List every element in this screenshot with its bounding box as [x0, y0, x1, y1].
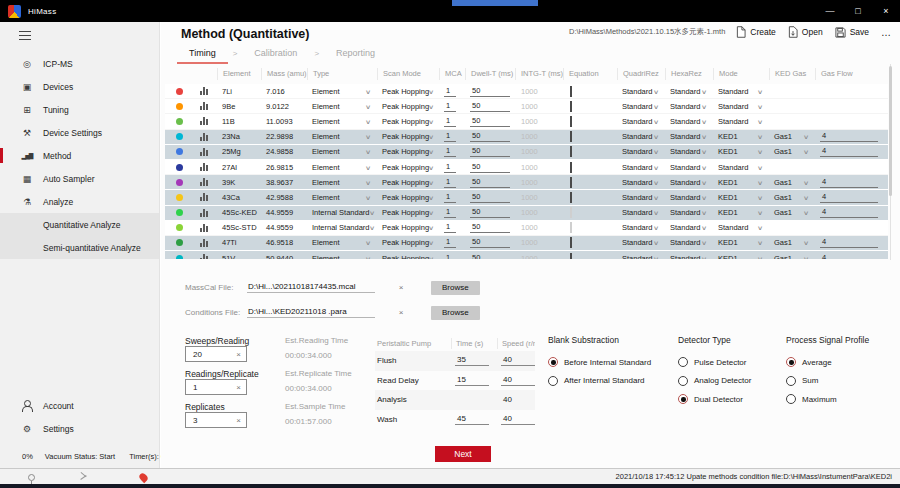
- masscal-browse-button[interactable]: Browse: [431, 281, 480, 295]
- equation-checkbox[interactable]: [570, 162, 572, 173]
- hexarez-dropdown[interactable]: Standard∨: [665, 163, 713, 172]
- type-dropdown[interactable]: Internal Standard∨: [307, 223, 377, 232]
- sidebar-item-device-settings[interactable]: ⚒Device Settings: [0, 121, 159, 144]
- hexarez-dropdown[interactable]: Standard∨: [665, 147, 713, 156]
- minimize-icon[interactable]: —: [816, 0, 844, 22]
- type-dropdown[interactable]: Element∨: [307, 132, 377, 141]
- mca-input[interactable]: 1: [444, 253, 456, 259]
- mode-dropdown[interactable]: KED1∨: [713, 132, 769, 141]
- dwell-time-input[interactable]: 50: [470, 101, 510, 112]
- tab-reporting[interactable]: Reporting: [332, 48, 379, 58]
- equation-checkbox[interactable]: [570, 192, 572, 203]
- pump-time-input[interactable]: 35: [455, 355, 489, 366]
- type-dropdown[interactable]: Element∨: [307, 102, 377, 111]
- quadrirez-dropdown[interactable]: Standard∨: [617, 208, 665, 217]
- gas-flow-input[interactable]: 4: [820, 146, 878, 157]
- table-row[interactable]: 39K38.9637Element∨Peak Hopping∨1501000St…: [165, 175, 888, 190]
- radio-icon[interactable]: [678, 376, 688, 386]
- hexarez-dropdown[interactable]: Standard∨: [665, 117, 713, 126]
- mode-dropdown[interactable]: KED1∨: [713, 238, 769, 247]
- type-dropdown[interactable]: Element∨: [307, 163, 377, 172]
- gas-flow-input[interactable]: 4: [820, 131, 878, 142]
- clear-icon[interactable]: ×: [236, 383, 241, 392]
- gas-flow-input[interactable]: 4: [820, 207, 878, 218]
- quadrirez-dropdown[interactable]: Standard∨: [617, 254, 665, 259]
- scan-mode-dropdown[interactable]: Peak Hopping∨: [377, 87, 439, 96]
- sidebar-item-method[interactable]: ▂▅▇Method: [0, 144, 159, 167]
- radio-icon[interactable]: [678, 357, 688, 367]
- mode-dropdown[interactable]: KED1∨: [713, 208, 769, 217]
- type-dropdown[interactable]: Element∨: [307, 254, 377, 259]
- dwell-time-input[interactable]: 50: [470, 116, 510, 127]
- mca-input[interactable]: 1: [444, 131, 456, 142]
- scan-mode-dropdown[interactable]: Peak Hopping∨: [377, 147, 439, 156]
- type-dropdown[interactable]: Element∨: [307, 147, 377, 156]
- radio-icon[interactable]: [548, 376, 558, 386]
- mca-input[interactable]: 1: [444, 237, 456, 248]
- scan-mode-dropdown[interactable]: Peak Hopping∨: [377, 208, 439, 217]
- dwell-time-input[interactable]: 50: [470, 162, 510, 173]
- action-open-button[interactable]: Open: [788, 26, 823, 38]
- scan-mode-dropdown[interactable]: Peak Hopping∨: [377, 254, 439, 259]
- mode-dropdown[interactable]: Standard∨: [713, 87, 769, 96]
- dwell-time-input[interactable]: 50: [470, 86, 510, 97]
- hexarez-dropdown[interactable]: Standard∨: [665, 254, 713, 259]
- gas-flow-input[interactable]: 4: [820, 177, 878, 188]
- table-row[interactable]: 43Ca42.9588Element∨Peak Hopping∨1501000S…: [165, 190, 888, 205]
- scan-mode-dropdown[interactable]: Peak Hopping∨: [377, 223, 439, 232]
- type-dropdown[interactable]: Element∨: [307, 87, 377, 96]
- sidebar-item-settings[interactable]: ⚙ Settings: [0, 417, 159, 440]
- dwell-time-input[interactable]: 50: [470, 253, 510, 259]
- sidebar-item-devices[interactable]: ▣Devices: [0, 75, 159, 98]
- scan-mode-dropdown[interactable]: Peak Hopping∨: [377, 163, 439, 172]
- mode-dropdown[interactable]: KED1∨: [713, 147, 769, 156]
- masscal-clear-icon[interactable]: ×: [391, 283, 411, 292]
- conditions-browse-button[interactable]: Browse: [431, 306, 480, 320]
- ked-gas-dropdown[interactable]: Gas1∨: [769, 178, 815, 187]
- quadrirez-dropdown[interactable]: Standard∨: [617, 147, 665, 156]
- type-dropdown[interactable]: Element∨: [307, 193, 377, 202]
- dwell-time-input[interactable]: 50: [470, 222, 510, 233]
- readings-replicate-input[interactable]: 1×: [185, 379, 247, 395]
- mca-input[interactable]: 1: [444, 222, 456, 233]
- equation-checkbox[interactable]: [570, 116, 572, 127]
- hexarez-dropdown[interactable]: Standard∨: [665, 193, 713, 202]
- hexarez-dropdown[interactable]: Standard∨: [665, 102, 713, 111]
- mode-dropdown[interactable]: KED1∨: [713, 193, 769, 202]
- quadrirez-dropdown[interactable]: Standard∨: [617, 117, 665, 126]
- table-row[interactable]: 45Sc-KED44.9559Internal Standard∨Peak Ho…: [165, 206, 888, 221]
- mca-input[interactable]: 1: [444, 86, 456, 97]
- clear-icon[interactable]: ×: [236, 416, 241, 425]
- pump-speed-input[interactable]: 40: [501, 375, 535, 386]
- ked-gas-dropdown[interactable]: Gas1∨: [769, 254, 815, 259]
- hexarez-dropdown[interactable]: Standard∨: [665, 87, 713, 96]
- tab-timing[interactable]: Timing: [185, 48, 220, 58]
- radio-icon[interactable]: [786, 376, 796, 386]
- gas-flow-input[interactable]: 4: [820, 192, 878, 203]
- scan-mode-dropdown[interactable]: Peak Hopping∨: [377, 238, 439, 247]
- table-row[interactable]: 27Al26.9815Element∨Peak Hopping∨1501000S…: [165, 160, 888, 175]
- dwell-time-input[interactable]: 50: [470, 131, 510, 142]
- hexarez-dropdown[interactable]: Standard∨: [665, 223, 713, 232]
- clear-icon[interactable]: ×: [236, 350, 241, 359]
- table-row[interactable]: 45Sc-STD44.9559Internal Standard∨Peak Ho…: [165, 221, 888, 236]
- close-icon[interactable]: ×: [872, 0, 900, 22]
- ked-gas-dropdown[interactable]: Gas1∨: [769, 193, 815, 202]
- conditions-clear-icon[interactable]: ×: [391, 308, 411, 317]
- quadrirez-dropdown[interactable]: Standard∨: [617, 132, 665, 141]
- quadrirez-dropdown[interactable]: Standard∨: [617, 223, 665, 232]
- pump-time-input[interactable]: 15: [455, 375, 489, 386]
- sweeps-reading-input[interactable]: 20×: [185, 346, 247, 362]
- action-more-button[interactable]: …: [881, 27, 892, 38]
- hexarez-dropdown[interactable]: Standard∨: [665, 208, 713, 217]
- quadrirez-dropdown[interactable]: Standard∨: [617, 193, 665, 202]
- quadrirez-dropdown[interactable]: Standard∨: [617, 102, 665, 111]
- mode-dropdown[interactable]: Standard∨: [713, 223, 769, 232]
- ked-gas-dropdown[interactable]: Gas1∨: [769, 147, 815, 156]
- sidebar-item-account[interactable]: Account: [0, 394, 159, 417]
- hexarez-dropdown[interactable]: Standard∨: [665, 132, 713, 141]
- type-dropdown[interactable]: Element∨: [307, 178, 377, 187]
- mca-input[interactable]: 1: [444, 177, 456, 188]
- gas-flow-input[interactable]: 4: [820, 253, 878, 259]
- mca-input[interactable]: 1: [444, 192, 456, 203]
